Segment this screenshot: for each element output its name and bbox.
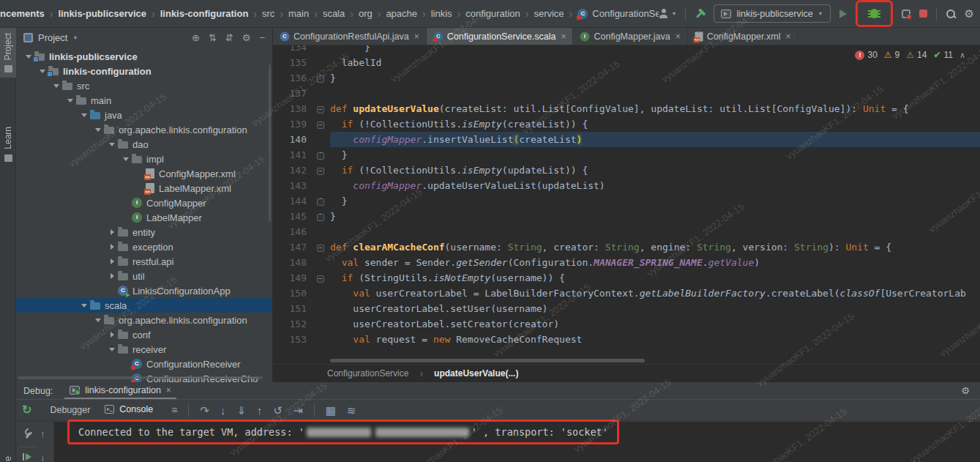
chevron-open-icon[interactable] <box>93 313 104 327</box>
close-icon[interactable]: × <box>166 385 171 395</box>
close-icon[interactable]: × <box>676 31 681 42</box>
fold-end-icon[interactable]: ˆ <box>317 152 324 160</box>
tree-item[interactable]: scala <box>16 298 272 313</box>
chevron-down-icon[interactable]: ▼ <box>72 35 78 40</box>
wrench-settings-icon[interactable] <box>23 429 32 439</box>
code-editor[interactable]: 134 }135 labelId136ˆ}137138−def updateUs… <box>273 45 980 364</box>
breadcrumb-item[interactable]: src <box>262 8 274 19</box>
code-text[interactable]: } <box>330 147 980 163</box>
chevron-closed-icon[interactable] <box>107 269 118 283</box>
chevron-closed-icon[interactable] <box>107 225 118 239</box>
chevron-open-icon[interactable] <box>93 122 104 137</box>
chevron-open-icon[interactable] <box>107 342 118 357</box>
inspections-widget[interactable]: !30 ⚠9 ⚠14 ✔11 ∧ <box>850 48 970 62</box>
tree-item[interactable]: restful.api <box>16 254 272 269</box>
search-everywhere-icon[interactable] <box>946 9 956 19</box>
run-config-select[interactable]: linkis-publicservice ▼ <box>714 4 830 23</box>
code-text[interactable]: if (!CollectionUtils.isEmpty(createList)… <box>330 116 980 132</box>
debug-settings-gear-icon[interactable]: ⚙ <box>961 386 970 395</box>
code-text[interactable]: } <box>330 70 980 86</box>
tree-item[interactable]: org.apache.linkis.configuration <box>16 122 272 137</box>
tree-horizontal-scrollbar[interactable] <box>18 376 263 379</box>
tree-item[interactable]: dao <box>16 137 272 152</box>
breadcrumb-item[interactable]: scala <box>323 8 345 19</box>
chevron-open-icon[interactable] <box>79 108 90 122</box>
debug-session-tab[interactable]: linkis-configuration × <box>64 382 176 399</box>
tree-item[interactable]: java <box>16 108 272 122</box>
chevron-open-icon[interactable] <box>51 78 62 93</box>
code-text[interactable] <box>330 224 980 239</box>
code-text[interactable]: val request = new RemoveCacheConfRequest <box>330 332 980 347</box>
tree-item[interactable]: entity <box>16 225 272 239</box>
chevron-closed-icon[interactable] <box>107 239 118 254</box>
code-text[interactable]: userCreatorLabel.setUser(username) <box>330 301 980 316</box>
tree-vertical-scrollbar[interactable] <box>269 64 271 222</box>
step-into-icon[interactable]: ↓ <box>220 405 226 416</box>
tree-item[interactable]: conf <box>16 327 272 342</box>
close-icon[interactable]: × <box>785 31 790 42</box>
tree-item[interactable]: CLinkisConfigurationApp <box>16 283 272 298</box>
breadcrumb-class[interactable]: ConfigurationService <box>327 368 408 379</box>
locate-icon[interactable]: ⊕ <box>192 32 200 43</box>
options-menu-icon[interactable]: ≡ <box>171 404 177 416</box>
profiler-button[interactable] <box>902 10 910 18</box>
resume-icon[interactable] <box>23 452 31 461</box>
tree-item[interactable]: linkis-publicservice <box>16 49 272 64</box>
tree-item[interactable]: receiver <box>16 342 272 357</box>
close-icon[interactable]: × <box>561 31 566 42</box>
tree-item[interactable]: ConfigMapper.xml <box>16 166 272 181</box>
chevron-open-icon[interactable] <box>79 298 90 313</box>
tree-item[interactable]: ILabelMapper <box>16 210 272 225</box>
settings-icon[interactable]: ⚙ <box>242 32 251 43</box>
breadcrumb-item[interactable]: linkis <box>431 8 452 19</box>
arrow-down-icon[interactable]: ↓ <box>40 452 45 462</box>
run-button[interactable] <box>839 10 847 18</box>
breadcrumb-item[interactable]: org <box>359 8 373 19</box>
expand-all-icon[interactable]: ⇅ <box>209 32 217 43</box>
close-icon[interactable]: × <box>414 31 419 42</box>
code-text[interactable]: val sender = Sender.getSender(Configurat… <box>330 255 980 270</box>
force-step-into-icon[interactable]: ⇓ <box>236 405 246 416</box>
editor-tab[interactable]: CConfigurationRestfulApi.java× <box>273 28 427 45</box>
fold-start-icon[interactable]: − <box>317 275 324 283</box>
chevron-open-icon[interactable] <box>121 152 132 166</box>
code-text[interactable]: val userCreatorLabel = LabelBuilderFacto… <box>330 286 980 301</box>
step-out-icon[interactable]: ↑ <box>257 405 263 416</box>
chevron-up-icon[interactable]: ∧ <box>960 51 965 60</box>
editor-tab[interactable]: CConfigurationService.scala× <box>427 28 574 45</box>
code-text[interactable] <box>330 86 980 101</box>
code-text[interactable]: configMapper.insertValueList(createList) <box>330 132 980 147</box>
breadcrumb-item[interactable]: ConfigurationService.scala <box>592 8 659 19</box>
debug-view-tab-debugger[interactable]: Debugger <box>42 400 97 421</box>
tree-item[interactable]: LabelMapper.xml <box>16 181 272 195</box>
debug-view-tab-console[interactable]: Console <box>97 400 160 421</box>
breadcrumb-item[interactable]: main <box>288 8 309 19</box>
tree-item[interactable]: main <box>16 93 272 108</box>
debug-button[interactable] <box>870 9 878 18</box>
build-project-icon[interactable] <box>693 7 708 21</box>
settings-gear-icon[interactable]: ⚙ <box>965 8 974 19</box>
tree-item[interactable]: org.apache.linkis.configuration <box>16 313 272 327</box>
fold-end-icon[interactable]: ˆ <box>317 198 324 206</box>
collapse-all-icon[interactable]: ⇵ <box>225 32 233 43</box>
tree-item[interactable]: util <box>16 269 272 283</box>
breadcrumb-member[interactable]: updateUserValue(...) <box>434 368 518 379</box>
step-over-icon[interactable]: ↷ <box>200 405 209 416</box>
layout-settings-icon[interactable]: ≋ <box>347 405 356 416</box>
code-text[interactable]: } <box>330 193 980 209</box>
fold-start-icon[interactable]: − <box>317 245 324 252</box>
tree-item[interactable]: linkis-configuration <box>16 64 272 78</box>
tree-item[interactable]: IConfigMapper <box>16 195 272 210</box>
hide-icon[interactable]: − <box>259 32 265 43</box>
tree-item[interactable]: exception <box>16 239 272 254</box>
editor-tab[interactable]: IConfigMapper.java× <box>573 28 687 45</box>
user-account-button[interactable]: ▼ <box>659 9 676 18</box>
breadcrumb-item[interactable]: configuration <box>465 8 520 19</box>
chevron-open-icon[interactable] <box>65 93 76 108</box>
breadcrumb-item[interactable]: apache <box>386 8 417 19</box>
breadcrumb-item[interactable]: ncements <box>0 8 45 19</box>
rerun-debug-icon[interactable]: ↻ <box>22 404 31 416</box>
evaluate-expression-icon[interactable]: ▦ <box>326 405 336 416</box>
fold-start-icon[interactable]: − <box>317 122 324 129</box>
run-to-cursor-icon[interactable]: ⇥ <box>293 405 303 416</box>
